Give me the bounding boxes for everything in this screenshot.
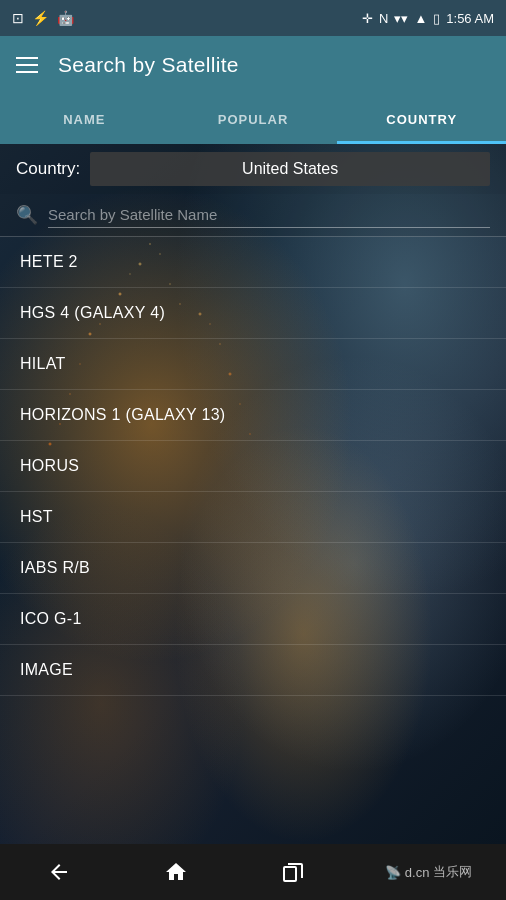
search-input[interactable] [48,202,490,228]
hamburger-line-1 [16,57,38,59]
watermark-text: 当乐网 [433,863,472,881]
list-item[interactable]: IABS R/B [0,543,506,594]
hamburger-line-2 [16,64,38,66]
time-display: 1:56 AM [446,11,494,26]
app-title: Search by Satellite [58,53,239,77]
home-button[interactable] [151,852,201,892]
list-item[interactable]: HST [0,492,506,543]
gps-icon: ✛ [362,11,373,26]
recent-apps-button[interactable] [268,852,318,892]
tab-popular[interactable]: POPULAR [169,94,338,144]
list-item[interactable]: HORUS [0,441,506,492]
content-area: Country: United States 🔍 HETE 2 HGS 4 (G… [0,144,506,844]
nav-bar: 📡 d.cn 当乐网 [0,844,506,900]
status-left-icons: ⊡ ⚡ 🤖 [12,10,74,26]
list-item[interactable]: HETE 2 [0,237,506,288]
satellite-list: HETE 2 HGS 4 (GALAXY 4) HILAT HORIZONS 1… [0,237,506,696]
tab-country[interactable]: COUNTRY [337,94,506,144]
search-icon: 🔍 [16,204,38,226]
battery-icon: ▯ [433,11,440,26]
country-label: Country: [16,159,80,179]
status-right-icons: ✛ N ▾▾ ▲ ▯ 1:56 AM [362,11,494,26]
menu-button[interactable] [16,57,38,73]
nfc-icon: N [379,11,388,26]
list-item[interactable]: HGS 4 (GALAXY 4) [0,288,506,339]
wifi-icon: ▾▾ [394,11,408,26]
android-icon: 🤖 [57,10,74,26]
list-item[interactable]: HILAT [0,339,506,390]
country-selector: Country: United States [0,144,506,194]
tab-bar: NAME POPULAR COUNTRY [0,94,506,144]
watermark-icon: 📡 [385,865,401,880]
display-icon: ⊡ [12,10,24,26]
usb-icon: ⚡ [32,10,49,26]
tab-name[interactable]: NAME [0,94,169,144]
watermark: 📡 d.cn 当乐网 [385,863,473,881]
country-dropdown[interactable]: United States [90,152,490,186]
list-item[interactable]: ICO G-1 [0,594,506,645]
watermark-domain: d.cn [405,865,430,880]
list-item[interactable]: HORIZONS 1 (GALAXY 13) [0,390,506,441]
status-bar: ⊡ ⚡ 🤖 ✛ N ▾▾ ▲ ▯ 1:56 AM [0,0,506,36]
search-bar: 🔍 [0,194,506,237]
list-item[interactable]: IMAGE [0,645,506,696]
svg-rect-0 [284,867,296,881]
signal-icon: ▲ [414,11,427,26]
hamburger-line-3 [16,71,38,73]
app-bar: Search by Satellite [0,36,506,94]
back-button[interactable] [34,852,84,892]
